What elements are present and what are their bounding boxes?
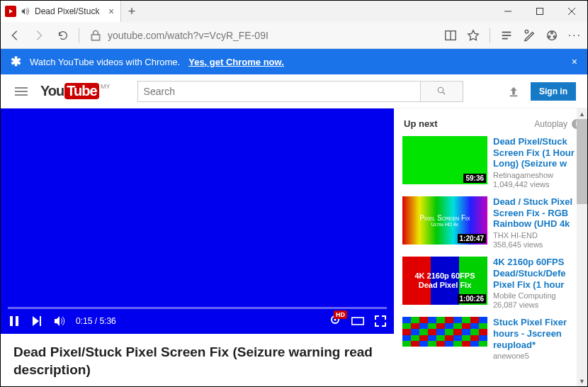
search-button[interactable]: [421, 81, 463, 102]
rec-title: 4K 2160p 60FPS Dead/Stuck/Defe Pixel Fix…: [493, 257, 583, 290]
recommendation[interactable]: Pixel Screen FixUltra HD 4k1:20:47 Dead …: [402, 196, 583, 249]
scroll-thumb[interactable]: [577, 119, 587, 204]
svg-point-13: [548, 35, 550, 38]
new-tab-button[interactable]: +: [121, 1, 142, 22]
address-bar[interactable]: youtube.com/watch?v=VcyR_FE-09I: [86, 29, 437, 42]
duration-badge: 59:36: [463, 174, 486, 183]
url-text: youtube.com/watch?v=VcyR_FE-09I: [108, 30, 268, 41]
svg-point-14: [553, 35, 555, 38]
window-controls: [492, 1, 587, 22]
tab-close-icon[interactable]: ×: [106, 6, 116, 16]
search-icon: [436, 86, 447, 96]
logo-you: You: [40, 83, 64, 99]
logo-tube: Tube: [64, 83, 98, 99]
svg-rect-17: [510, 95, 518, 96]
rec-channel: THX HI-END: [493, 231, 583, 240]
search-input[interactable]: [137, 81, 421, 102]
scroll-down-button[interactable]: ▼: [577, 376, 587, 386]
svg-point-12: [550, 32, 553, 34]
notes-icon[interactable]: [523, 29, 536, 42]
youtube-logo[interactable]: You Tube MY: [40, 83, 99, 99]
recommendation[interactable]: Stuck Pixel Fixer hours - Jscreen reuplo…: [402, 317, 583, 361]
toolbar-actions: ···: [444, 28, 582, 43]
duration-badge: 1:20:47: [458, 234, 486, 243]
fullscreen-button[interactable]: [374, 315, 387, 327]
reading-view-icon[interactable]: [444, 29, 457, 42]
upload-button[interactable]: [507, 85, 521, 98]
logo-region: MY: [101, 83, 111, 90]
video-title: Dead Pixel/Stuck Pixel Screen Fix (Seizu…: [1, 334, 400, 383]
more-button[interactable]: ···: [568, 29, 582, 42]
channel-row: Retinagameshow: [1, 383, 400, 387]
rec-channel: anewone5: [493, 352, 583, 361]
browser-tab[interactable]: Dead Pixel/Stuck Pi ×: [1, 1, 121, 22]
autoplay-label: Autoplay: [534, 119, 567, 129]
scrollbar[interactable]: ▲ ▼: [577, 108, 587, 386]
forward-button[interactable]: [30, 27, 47, 44]
next-button[interactable]: [30, 315, 43, 327]
audio-icon: [21, 6, 30, 16]
rec-channel: Mobile Computing: [493, 291, 583, 301]
hd-badge: HD: [334, 310, 347, 319]
svg-rect-19: [16, 316, 18, 326]
lock-icon: [89, 29, 102, 42]
rec-channel: Retinagameshow: [493, 171, 583, 180]
menu-button[interactable]: [12, 84, 30, 99]
video-player[interactable]: 0:15 / 5:36 HD: [1, 108, 394, 334]
autoplay-toggle[interactable]: Autoplay i: [534, 119, 582, 129]
thumbnail: 59:36: [402, 136, 487, 184]
close-window-button[interactable]: [555, 1, 587, 22]
svg-rect-18: [10, 316, 13, 326]
search-bar: [137, 81, 463, 102]
settings-button[interactable]: HD: [329, 313, 341, 329]
volume-button[interactable]: [53, 315, 66, 327]
player-time: 0:15 / 5:36: [76, 316, 116, 326]
favorite-icon[interactable]: [467, 29, 480, 42]
youtube-header: You Tube MY Sign in: [1, 74, 587, 108]
refresh-button[interactable]: [55, 27, 72, 44]
thumbnail: [402, 317, 487, 347]
svg-point-10: [525, 30, 528, 33]
svg-rect-23: [352, 318, 363, 325]
theater-button[interactable]: [351, 315, 364, 327]
minimize-button[interactable]: [492, 1, 524, 22]
divider: [490, 28, 490, 43]
duration-badge: 1:00:26: [458, 294, 486, 303]
pause-button[interactable]: [8, 315, 21, 327]
main-column: 0:15 / 5:36 HD Dead Pixel/Stuck Pixel Sc…: [1, 108, 400, 386]
signin-button[interactable]: Sign in: [531, 82, 576, 101]
maximize-button[interactable]: [524, 1, 555, 22]
youtube-favicon: [5, 6, 16, 17]
rec-title: Dead / Stuck Pixel Screen Fix - RGB Rain…: [493, 196, 583, 230]
recommendation[interactable]: 4K 2160p 60FPSDead Pixel Fix 1:00:26 4K …: [402, 257, 583, 310]
rec-title: Dead Pixel/Stuck Screen Fix (1 Hour Long…: [493, 136, 583, 169]
scroll-up-button[interactable]: ▲: [577, 108, 587, 119]
thumbnail: Pixel Screen FixUltra HD 4k1:20:47: [402, 196, 487, 245]
svg-point-15: [438, 87, 443, 93]
browser-toolbar: youtube.com/watch?v=VcyR_FE-09I ···: [1, 22, 587, 49]
thumbnail: 4K 2160p 60FPSDead Pixel Fix 1:00:26: [402, 257, 487, 305]
share-icon[interactable]: [545, 29, 558, 42]
rec-views: 358,645 views: [493, 240, 583, 249]
browser-tab-strip: Dead Pixel/Stuck Pi × +: [1, 1, 587, 22]
player-controls: 0:15 / 5:36 HD: [1, 308, 394, 334]
promo-close-icon[interactable]: ×: [572, 56, 577, 67]
recommendation[interactable]: 59:36 Dead Pixel/Stuck Screen Fix (1 Hou…: [402, 136, 583, 189]
chrome-promo-bar: ✱ Watch YouTube videos with Chrome. Yes,…: [1, 49, 587, 74]
svg-rect-1: [536, 9, 543, 15]
hub-icon[interactable]: [500, 29, 513, 42]
back-button[interactable]: [6, 27, 23, 44]
svg-rect-20: [40, 316, 41, 326]
rec-views: 1,049,442 views: [493, 180, 583, 189]
sidebar: Up next Autoplay i 59:36 Dead Pixel/Stuc…: [400, 108, 587, 386]
rec-views: 26,087 views: [493, 301, 583, 310]
tab-title: Dead Pixel/Stuck Pi: [35, 6, 102, 16]
sidebar-header: Up next Autoplay i: [402, 116, 583, 136]
promo-link[interactable]: Yes, get Chrome now.: [188, 57, 284, 67]
svg-rect-4: [91, 34, 99, 40]
promo-icon: ✱: [11, 54, 21, 69]
promo-text: Watch YouTube videos with Chrome.: [30, 57, 180, 67]
content: 0:15 / 5:36 HD Dead Pixel/Stuck Pixel Sc…: [1, 108, 587, 386]
svg-line-16: [443, 92, 445, 94]
divider: [79, 28, 79, 43]
